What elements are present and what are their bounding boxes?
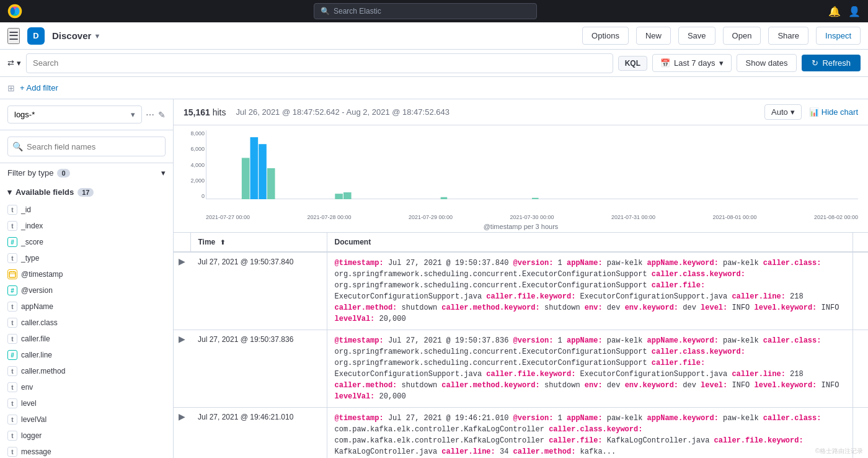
top-navigation: 🔍 Search Elastic 🔔 👤 xyxy=(0,0,868,22)
hits-date-range: Jul 26, 2021 @ 18:47:52.642 - Aug 2, 202… xyxy=(236,107,450,117)
field-search-container: 🔍 xyxy=(0,130,173,163)
news-icon[interactable]: 🔔 xyxy=(828,6,841,17)
field-type-icon: t xyxy=(7,318,17,328)
expand-row-button[interactable]: ▶ xyxy=(176,411,188,421)
date-range-label: Last 7 days xyxy=(674,58,715,68)
histogram-chart: 8,000 6,000 4,000 2,000 0 xyxy=(184,130,858,230)
field-name: message xyxy=(21,447,51,456)
top-nav-center: 🔍 Search Elastic xyxy=(22,3,828,19)
field-item[interactable]: t logger xyxy=(0,428,173,444)
calendar-icon: 📅 xyxy=(660,58,670,68)
field-key: appName.keyword: xyxy=(647,259,723,267)
field-type-icon: t xyxy=(7,302,17,312)
field-item[interactable]: t _index xyxy=(0,218,173,234)
collapse-icon: ▾ xyxy=(7,187,12,197)
top-nav-right: 🔔 👤 xyxy=(828,6,861,17)
field-item[interactable]: # @version xyxy=(0,282,173,299)
available-fields-header[interactable]: ▾ Available fields 17 xyxy=(0,182,173,202)
open-button[interactable]: Open xyxy=(723,27,761,45)
field-search-input[interactable] xyxy=(7,137,166,156)
svg-rect-13 xyxy=(335,194,343,199)
toggle-chevron: ▾ xyxy=(17,58,21,68)
field-item[interactable]: t caller.class xyxy=(0,315,173,331)
field-item[interactable]: # caller.line xyxy=(0,347,173,363)
add-filter-button[interactable]: + Add filter xyxy=(20,83,58,92)
elastic-logo[interactable] xyxy=(7,4,22,19)
x-axis-label: 2021-07-29 00:00 xyxy=(409,214,453,220)
field-item[interactable]: t caller.method xyxy=(0,363,173,379)
expand-row-button[interactable]: ▶ xyxy=(176,256,188,266)
date-picker[interactable]: 📅 Last 7 days ▾ xyxy=(652,54,732,72)
search-input[interactable] xyxy=(33,58,606,68)
field-key: @version: xyxy=(513,336,558,345)
time-col-resize[interactable] xyxy=(324,233,327,251)
field-item[interactable]: t levelVal xyxy=(0,411,173,428)
field-item[interactable]: t appName xyxy=(0,299,173,315)
sort-icon: ⬆ xyxy=(220,239,225,246)
inspect-button[interactable]: Inspect xyxy=(816,27,861,45)
query-toggle[interactable]: ⇄ ▾ xyxy=(7,58,21,68)
filter-icon: ⊞ xyxy=(7,83,15,93)
refresh-button[interactable]: ↻ Refresh xyxy=(802,55,861,71)
options-button[interactable]: Options xyxy=(582,27,629,45)
menu-toggle-button[interactable]: ☰ xyxy=(7,28,20,44)
index-pattern-button[interactable]: logs-* ▾ xyxy=(7,106,142,123)
time-cell: Jul 27, 2021 @ 19:50:37.836 xyxy=(190,330,327,408)
sidebar-edit-icon[interactable]: ✎ xyxy=(158,110,166,120)
field-key: level.keyword: xyxy=(755,303,822,312)
field-name: level xyxy=(21,399,37,408)
app-name: Discover ▼ xyxy=(52,30,100,41)
chevron-down-icon[interactable]: ▼ xyxy=(94,32,100,40)
field-type-icon: t xyxy=(7,398,17,408)
auto-interval-select[interactable]: Auto ▾ xyxy=(764,104,802,120)
field-key: caller.file: xyxy=(652,359,705,367)
field-key: level: xyxy=(701,303,732,312)
field-item[interactable]: t level xyxy=(0,395,173,411)
content-area: 15,161 hits Jul 26, 2021 @ 18:47:52.642 … xyxy=(174,99,868,458)
field-item[interactable]: t caller.file xyxy=(0,331,173,347)
global-search-bar[interactable]: 🔍 Search Elastic xyxy=(314,3,537,19)
expand-col-header xyxy=(174,233,190,252)
svg-point-3 xyxy=(11,7,16,15)
kql-badge[interactable]: KQL xyxy=(618,56,647,71)
filter-type-chevron-icon[interactable]: ▾ xyxy=(161,168,166,177)
time-column-header[interactable]: Time ⬆ xyxy=(190,233,327,252)
field-item[interactable]: t message xyxy=(0,444,173,458)
field-item[interactable]: t env xyxy=(0,379,173,395)
hide-chart-button[interactable]: 📊 Hide chart xyxy=(809,107,858,117)
refresh-icon: ↻ xyxy=(812,58,818,68)
table-header: Time ⬆ Document xyxy=(174,233,868,252)
auto-chevron-icon: ▾ xyxy=(790,107,795,117)
field-item[interactable]: # _score xyxy=(0,234,173,250)
field-key: level: xyxy=(701,381,732,390)
index-pattern-label: logs-* xyxy=(14,110,35,119)
field-name: _index xyxy=(21,222,43,230)
index-pattern-chevron-icon: ▾ xyxy=(131,110,135,119)
field-type-icon: # xyxy=(7,350,17,360)
x-axis-label: 2021-08-02 00:00 xyxy=(814,214,858,220)
field-key: caller.class.keyword: xyxy=(652,348,745,356)
show-dates-button[interactable]: Show dates xyxy=(737,54,797,72)
time-cell: Jul 27, 2021 @ 19:50:37.840 xyxy=(190,252,327,330)
field-key: appName.keyword: xyxy=(647,414,723,423)
time-cell: Jul 27, 2021 @ 19:46:21.010 xyxy=(190,408,327,459)
search-input-wrapper[interactable] xyxy=(26,53,613,73)
field-type-icon: t xyxy=(7,415,17,424)
expand-row-button[interactable]: ▶ xyxy=(176,334,188,344)
filter-by-type-label: Filter by type xyxy=(7,168,53,177)
field-search-icon: 🔍 xyxy=(12,141,23,151)
user-icon[interactable]: 👤 xyxy=(848,6,861,17)
field-item[interactable]: t _id xyxy=(0,202,173,218)
field-key: env.keyword: xyxy=(625,303,683,312)
field-key: caller.class: xyxy=(763,414,822,423)
field-item[interactable]: t _type xyxy=(0,250,173,266)
share-button[interactable]: Share xyxy=(768,27,808,45)
field-item[interactable]: @timestamp xyxy=(0,266,173,282)
save-button[interactable]: Save xyxy=(678,27,715,45)
sidebar-grid-icon[interactable]: ⋯ xyxy=(146,110,154,120)
search-icon: 🔍 xyxy=(321,7,330,16)
field-key: caller.method.keyword: xyxy=(441,381,544,390)
field-key: caller.file: xyxy=(652,281,705,290)
field-key: caller.file.keyword: xyxy=(714,436,804,445)
new-button[interactable]: New xyxy=(636,27,671,45)
